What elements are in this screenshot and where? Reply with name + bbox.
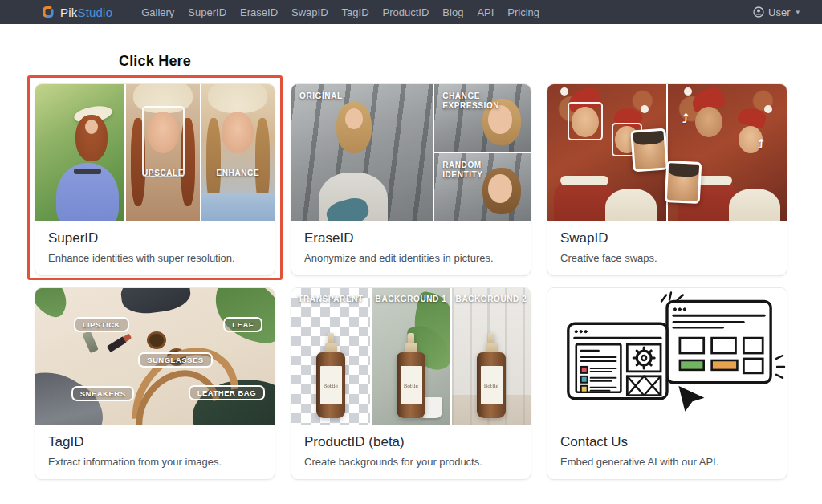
eraseid-card-body: EraseID Anonymize and edit identities in… — [291, 221, 531, 275]
brand-logo[interactable]: PikStudio — [42, 6, 112, 19]
user-menu[interactable]: User ▾ — [753, 6, 800, 18]
pikstudio-logo-icon — [42, 6, 55, 18]
nav-item-swapid[interactable]: SwapID — [291, 6, 328, 18]
superid-card-title: SuperID — [48, 229, 262, 247]
photo-shape — [764, 105, 772, 113]
superid-original-panel — [35, 84, 124, 221]
swap-face-thumbnail — [630, 128, 669, 173]
photo-shape — [85, 120, 98, 134]
tag-pill-sneakers: SNEAKERS — [71, 386, 135, 401]
productid-background1-panel: BACKGROUND 1 Bottle — [372, 288, 450, 425]
lipstick-shape — [82, 331, 99, 353]
transparent-overlay-label: TRANSPARENT — [291, 295, 370, 304]
card-superid[interactable]: UPSCALE ENHANCE SuperID Enhance identiti… — [35, 83, 275, 276]
card-tagid-wrapper: LIPSTICK LEAF SUNGLASSES SNEAKERS LEATHE… — [35, 287, 275, 480]
superid-card-body: SuperID Enhance identities with super re… — [35, 221, 275, 275]
photo-shape — [560, 87, 568, 96]
tagid-card-body: TagID Extract information from your imag… — [35, 425, 275, 479]
swap-arrow-icon: ⤴ — [758, 137, 764, 151]
nav-item-superid[interactable]: SuperID — [188, 6, 226, 18]
change-expression-overlay-label: CHANGE EXPRESSION — [442, 91, 515, 111]
nav-links: Gallery SuperID EraseID SwapID TagID Pro… — [141, 6, 735, 18]
productid-card-description: Create backgrounds for your products. — [304, 455, 518, 469]
nav-item-blog[interactable]: Blog — [442, 6, 463, 18]
brand-name: PikStudio — [60, 6, 112, 19]
contact-us-card-body: Contact Us Embed generative AI with our … — [547, 425, 787, 479]
card-productid[interactable]: TRANSPARENT Bottle BACKGROUND 1 — [291, 287, 531, 480]
swapid-card-title: SwapID — [560, 229, 774, 247]
product-bottle: Bottle — [397, 333, 425, 418]
card-eraseid-wrapper: ORIGINAL CHANGE EXPRESSION — [291, 83, 531, 276]
upscale-overlay-label: UPSCALE — [126, 169, 199, 178]
enhance-overlay-label: ENHANCE — [201, 169, 275, 178]
tagid-card-description: Extract information from your images. — [48, 455, 262, 469]
product-bottle: Bottle — [477, 333, 506, 418]
api-windows-doodle — [547, 288, 787, 425]
eraseid-card-title: EraseID — [304, 229, 518, 247]
bottle-label: Bottle — [401, 366, 422, 404]
swapid-preview-image: ⤴ ⤴ — [547, 84, 787, 221]
tagid-card-title: TagID — [48, 433, 262, 451]
contact-us-card-description: Embed generative AI with our API. — [560, 455, 774, 469]
nav-item-eraseid[interactable]: EraseID — [240, 6, 278, 18]
card-eraseid[interactable]: ORIGINAL CHANGE EXPRESSION — [291, 83, 531, 276]
card-productid-wrapper: TRANSPARENT Bottle BACKGROUND 1 — [291, 287, 531, 480]
eraseid-right-column: CHANGE EXPRESSION RANDOM IDENTITY — [434, 84, 531, 221]
nav-item-gallery[interactable]: Gallery — [141, 6, 174, 18]
productid-card-body: ProductID (beta) Create backgrounds for … — [291, 425, 531, 479]
photo-shape — [120, 288, 193, 316]
superid-upscale-panel: UPSCALE — [126, 84, 199, 221]
product-bottle: Bottle — [316, 333, 345, 418]
tag-pill-leaf: LEAF — [223, 317, 262, 332]
tag-pill-lipstick: LIPSTICK — [74, 317, 129, 332]
lipstick-shape — [107, 336, 127, 352]
productid-transparent-panel: TRANSPARENT Bottle — [291, 288, 370, 425]
tag-pill-leather-bag: LEATHER BAG — [189, 385, 265, 400]
caret-down-icon: ▾ — [796, 8, 800, 16]
bottle-label: Bottle — [481, 366, 503, 404]
card-contact-us[interactable]: Contact Us Embed generative AI with our … — [547, 287, 787, 480]
photo-shape — [222, 112, 254, 153]
bottle-label: Bottle — [320, 366, 342, 404]
tagid-preview-image: LIPSTICK LEAF SUNGLASSES SNEAKERS LEATHE… — [35, 288, 275, 425]
original-overlay-label: ORIGINAL — [299, 91, 343, 101]
superid-preview-image: UPSCALE ENHANCE — [35, 84, 275, 221]
contact-us-card-title: Contact Us — [560, 433, 774, 451]
eraseid-change-expression-panel: CHANGE EXPRESSION — [434, 84, 531, 152]
card-swapid-wrapper: ⤴ ⤴ SwapID Creative face swaps. — [547, 83, 787, 276]
photo-shape — [345, 108, 363, 129]
photo-shape — [201, 193, 275, 221]
random-identity-overlay-label: RANDOM IDENTITY — [442, 161, 515, 180]
photo-shape — [695, 107, 722, 137]
nav-item-pricing[interactable]: Pricing — [507, 6, 539, 18]
superid-enhance-panel: ENHANCE — [201, 84, 275, 221]
photo-shape — [729, 189, 780, 221]
nav-item-productid[interactable]: ProductID — [383, 6, 429, 18]
photo-shape — [208, 84, 267, 113]
user-menu-label: User — [768, 6, 790, 18]
card-tagid[interactable]: LIPSTICK LEAF SUNGLASSES SNEAKERS LEATHE… — [35, 287, 275, 480]
contact-us-illustration — [547, 288, 787, 425]
eraseid-original-panel: ORIGINAL — [291, 84, 433, 221]
card-swapid[interactable]: ⤴ ⤴ SwapID Creative face swaps. — [547, 83, 787, 276]
eraseid-preview-image: ORIGINAL CHANGE EXPRESSION — [291, 84, 531, 221]
nav-item-tagid[interactable]: TagID — [342, 6, 369, 18]
click-here-label: Click Here — [35, 53, 275, 70]
photo-shape — [74, 169, 101, 174]
tagid-photo-panel: LIPSTICK LEAF SUNGLASSES SNEAKERS LEATHE… — [35, 288, 275, 425]
productid-card-title: ProductID (beta) — [304, 433, 518, 451]
eraseid-card-description: Anonymize and edit identities in picture… — [304, 251, 518, 265]
photo-shape — [605, 189, 657, 221]
productid-preview-image: TRANSPARENT Bottle BACKGROUND 1 — [291, 288, 531, 425]
photo-shape — [684, 87, 692, 96]
background1-overlay-label: BACKGROUND 1 — [372, 295, 450, 304]
background2-overlay-label: BACKGROUND 2 — [452, 295, 531, 304]
nav-item-api[interactable]: API — [477, 6, 494, 18]
productid-background2-panel: BACKGROUND 2 Bottle — [452, 288, 531, 425]
navbar: PikStudio Gallery SuperID EraseID SwapID… — [0, 0, 822, 24]
tag-pill-sunglasses: SUNGLASSES — [138, 352, 212, 368]
superid-card-description: Enhance identities with super resolution… — [48, 251, 262, 265]
swap-arrow-icon: ⤴ — [682, 112, 689, 125]
photo-shape — [641, 105, 649, 113]
swapid-card-description: Creative face swaps. — [560, 251, 774, 265]
